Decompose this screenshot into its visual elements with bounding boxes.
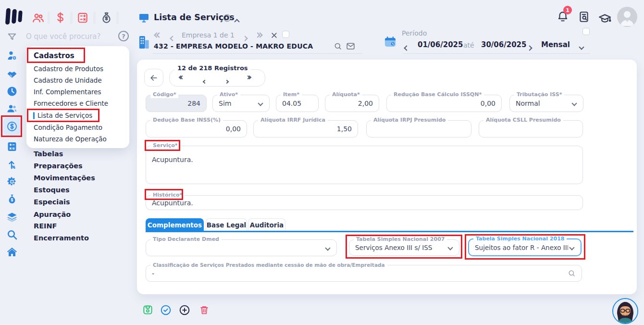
sidebar-item-preparacoes[interactable]: Preparações [34,162,83,170]
aliquota-csll-field[interactable]: Alíquota CSLL Presumido [479,120,583,138]
tributacao-iss-value: Normal [516,100,570,107]
company-name: 432 - EMPRESA MODELO - MAKRO EDUCA [154,42,313,50]
item-field[interactable]: Item* 04.05 [276,95,319,112]
sidebar-fiscal-module-icon[interactable] [6,121,18,132]
menu-item-fornecedores-e-cliente[interactable]: Fornecedores e Cliente [34,100,108,107]
reducao-issqn-field[interactable]: Redução Base Cálculo ISSQN* 0,00 [386,95,502,112]
clear-company-icon[interactable] [271,32,278,39]
period-checkbox[interactable] [582,28,590,35]
classificacao-servicos-label: Classificação de Serviços Prestados medi… [150,262,387,268]
add-button[interactable] [179,304,190,316]
sidebar-layers-icon[interactable] [6,211,18,223]
record-pager-legend: 12 de 218 Registros [174,64,251,72]
aliquota-field[interactable]: Alíquota* 2,00 [325,95,379,112]
menu-item-cadastro-de-produtos[interactable]: Cadastro de Produtos [34,65,103,73]
next-record-button[interactable] [225,76,228,85]
period-end-date[interactable]: 30/06/2025 [481,40,526,49]
sidebar-people-icon[interactable] [6,103,18,114]
assistant-avatar[interactable] [612,298,638,324]
tipo-declarante-dmed-select[interactable]: Tipo Declarante Dmed [146,239,337,256]
menu-item-condicao-pagamento[interactable]: Condição Pagamento [34,124,102,131]
tab-base-legal[interactable]: Base Legal [206,218,247,231]
delete-button[interactable] [199,305,210,315]
record-pager: 12 de 218 Registros [169,69,265,87]
deducao-inss-field[interactable]: Dedução Base INSS(%) 0,00 [146,120,247,138]
save-button[interactable] [142,304,153,315]
tipo-declarante-dmed-label: Tipo Declarante Dmed [150,236,222,243]
monitor-icon [138,12,150,24]
cadastros-menu-panel: Cadastros [26,46,129,148]
sidebar-trending-up-icon[interactable] [6,159,18,170]
codigo-value: 284 [152,100,200,107]
classificacao-servicos-field[interactable]: Classificação de Serviços Prestados medi… [146,265,582,282]
tributacao-iss-label: Tributação ISS* [514,91,564,98]
historico-value: Acupuntura. [152,199,570,207]
menu-item-natureza-de-operacao[interactable]: Natureza de Operação [34,135,107,143]
tab-auditoria[interactable]: Auditoria [248,218,285,231]
collapse-title-icon[interactable] [235,16,239,25]
document-search-icon[interactable] [578,11,590,23]
sidebar-search-icon[interactable] [6,229,18,240]
sidebar-moneybag-icon[interactable] [6,193,18,205]
first-record-button[interactable] [179,76,184,79]
sidebar-clock-icon[interactable] [6,86,18,97]
sidebar-item-especiais[interactable]: Especiais [34,198,70,206]
menu-item-cadastro-de-unidade[interactable]: Cadastro de Unidade [34,76,102,84]
sidebar-item-movimentacoes[interactable]: Movimentações [34,174,95,182]
tab-complementos[interactable]: Complementos [146,218,204,231]
tabela-sn-2018-select[interactable]: Tabela Simples Nacional 2018 Sujeitos ao… [468,238,582,256]
servico-value: Acupuntura. [152,156,570,163]
sidebar-item-estoques[interactable]: Estoques [34,186,70,194]
company-search-icon[interactable] [334,42,342,50]
sidebar-gear-icon[interactable] [6,176,18,188]
reducao-issqn-value: 0,00 [393,100,495,107]
servico-textarea[interactable]: Serviço* Acupuntura. [146,146,583,184]
sidebar-item-tabelas[interactable]: Tabelas [34,150,63,158]
period-start-date[interactable]: 01/06/2025 [418,40,463,49]
company-checkbox[interactable] [282,31,289,38]
period-mode-chevron-icon[interactable] [580,42,583,51]
sidebar-handshake-icon[interactable] [6,68,18,80]
prev-record-button[interactable] [203,76,206,85]
period-next-button[interactable] [528,43,532,52]
last-company-button[interactable] [256,33,262,37]
period-prev-button[interactable] [405,43,409,52]
prev-company-button[interactable] [171,33,174,42]
first-company-button[interactable] [155,33,161,37]
search-input[interactable]: O que você procura? [26,32,101,41]
module-moneybag-icon[interactable] [100,11,113,24]
sidebar-item-encerramento[interactable]: Encerramento [34,234,89,242]
last-record-button[interactable] [247,76,251,79]
aliquota-irpj-field[interactable]: Alíquota IRPJ Presumido [366,120,471,138]
lookup-search-icon[interactable] [568,269,576,277]
sidebar-item-reinf[interactable]: REINF [34,222,57,230]
filter-icon[interactable] [7,32,17,42]
graduation-cap-icon[interactable] [598,12,612,25]
sidebar-calculator-icon[interactable] [6,141,18,152]
ativo-select[interactable]: Ativo* Sim [212,95,270,112]
codigo-label: Código* [150,91,178,98]
module-people-icon[interactable] [32,12,45,25]
confirm-button[interactable] [160,304,172,316]
separator [116,12,119,24]
tabela-sn-2007-select[interactable]: Tabela Simples Nacional 2007 Serviços An… [349,239,459,256]
help-icon[interactable]: ? [118,31,129,41]
module-calculator-icon[interactable] [76,12,89,24]
tab-underline [146,231,633,232]
back-button[interactable] [144,69,163,87]
menu-item-inf-complementares[interactable]: Inf. Complementares [34,88,101,96]
sidebar-user-settings-icon[interactable] [6,50,18,62]
company-mail-icon[interactable] [346,42,355,50]
next-company-button[interactable] [243,33,247,42]
aliquota-irrf-field[interactable]: Alíquota IRRF Jurídica 1,50 [253,120,358,138]
tributacao-iss-select[interactable]: Tributação ISS* Normal [509,95,583,112]
user-avatar[interactable] [617,7,637,27]
module-finance-icon[interactable] [54,11,67,24]
period-mode-select[interactable]: Mensal [541,40,570,49]
historico-field[interactable]: Histórico* Acupuntura. [146,195,583,210]
menu-header-cadastros[interactable]: Cadastros [34,51,74,60]
sidebar-item-apuracao[interactable]: Apuração [34,211,71,218]
menu-item-lista-de-servicos[interactable]: Lista de Serviços [37,112,92,119]
info-icon[interactable]: i [223,14,231,22]
sidebar-home-icon[interactable] [6,246,18,258]
